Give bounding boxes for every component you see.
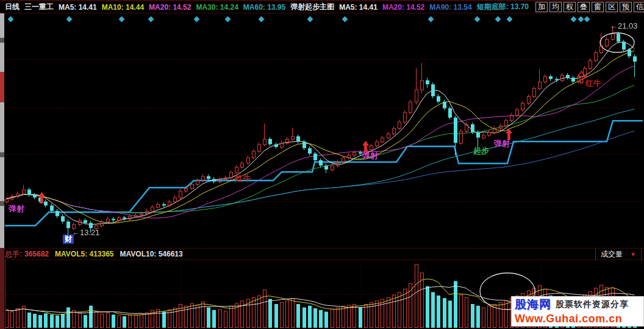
stock-app-window: 日线三一重工MA5: 14.41MA10: 14.44MA20: 14.52MA…	[0, 0, 644, 329]
indicator-readouts: 日线三一重工MA5: 14.41MA10: 14.44MA20: 14.52MA…	[5, 2, 534, 12]
mavol5-readout: MAVOL5: 413365	[55, 250, 114, 258]
toolbar-button-zone[interactable]: 区	[606, 2, 618, 12]
ma5-readout: MA5: 14.41	[59, 3, 97, 12]
ma20-readout: MA20: 14.52	[149, 3, 191, 12]
toolbar-button-window[interactable]: 窗	[592, 2, 604, 12]
ma60-readout: MA60: 13.95	[243, 3, 285, 12]
ma10-readout: MA10: 14.44	[102, 3, 144, 12]
toolbar-button-info[interactable]: 信息	[634, 2, 644, 12]
stock-name: 三一重工	[24, 2, 54, 12]
total-volume-value: 365682	[24, 250, 49, 258]
watermark-url: Www.Guhai.com.cn	[515, 312, 641, 325]
left-edge-strip	[0, 1, 4, 329]
total-volume-label: 总手:	[5, 249, 22, 260]
tanshe-signal-label: 弹射	[362, 152, 378, 160]
toolbar-button-add[interactable]: 加	[535, 2, 548, 12]
watermark-slogan: 股票软件资源分享	[556, 299, 629, 310]
short-term-bottom-readout: 短期底部: 13.70	[477, 2, 529, 12]
qibu-signal-label: 起步	[473, 147, 489, 155]
toolbar-button-forecast[interactable]: 预	[620, 2, 632, 12]
mavol10-readout: MAVOL10: 546613	[120, 250, 183, 258]
volume-dropdown-arrow-icon[interactable]: ▼	[630, 251, 636, 258]
volume-pane-header: 总手: 365682 MAVOL5: 413365 MAVOL10: 54661…	[0, 248, 644, 260]
toolbar-button-rights[interactable]: 权	[564, 2, 576, 12]
ind-ma5-readout: MA5: 14.41	[339, 3, 377, 12]
toolbar-buttons: 加均权叠窗区预信息	[534, 2, 644, 12]
tanshe-signal-label: 弹射	[9, 205, 24, 213]
hollow-arrow-signal-icon	[578, 71, 585, 85]
tanshe-signal-label: 弹射	[494, 140, 510, 148]
hongniu-signal-label: 红牛	[585, 79, 601, 88]
window-top-edge	[0, 0, 644, 1]
volume-indicator-selector[interactable]: 成交量 ▼	[595, 249, 642, 260]
low-price-label: ←13.21	[72, 228, 100, 237]
hongniu-signal-label: 红牛	[235, 174, 251, 183]
volume-selector-label: 成交量	[601, 249, 623, 260]
cai-signal-badge: 财	[63, 235, 74, 244]
ind-ma90-readout: MA90: 13.54	[429, 3, 471, 12]
toolbar-button-overlay[interactable]: 叠	[578, 2, 590, 12]
titlebar: 日线三一重工MA5: 14.41MA10: 14.44MA20: 14.52MA…	[0, 1, 644, 13]
buy-signal-arrow-icon	[38, 191, 46, 206]
candlestick-chart[interactable]	[0, 0, 644, 329]
ma30-readout: MA30: 14.24	[196, 3, 238, 12]
toolbar-button-ma[interactable]: 均	[549, 2, 562, 12]
watermark: 股海网 股票软件资源分享 Www.Guhai.com.cn	[511, 296, 644, 327]
titlebar-toolbar: 加均权叠窗区预信息 ▼	[534, 2, 644, 12]
high-price-label: ←21.03	[610, 21, 638, 30]
period-selector[interactable]: 日线	[5, 2, 20, 12]
ind-ma20-readout: MA20: 14.52	[382, 3, 424, 12]
watermark-site-name: 股海网	[515, 297, 551, 313]
indicator-name: 弹射起步主图	[290, 2, 334, 12]
